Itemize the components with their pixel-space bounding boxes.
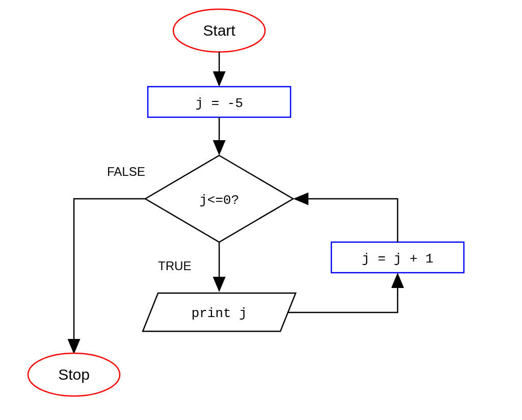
init-label: j = -5 <box>195 96 243 111</box>
arrow-print-increment <box>288 275 398 312</box>
stop-label: Stop <box>58 366 90 383</box>
true-label: TRUE <box>158 259 191 273</box>
arrow-false-stop <box>74 199 145 352</box>
arrow-increment-decision <box>296 199 398 242</box>
start-label: Start <box>203 22 236 39</box>
decision-label: j<=0? <box>199 193 239 208</box>
print-label: print j <box>191 306 247 321</box>
false-label: FALSE <box>107 165 145 178</box>
flowchart-canvas: Start j = -5 j<=0? FALSE Stop TRUE print… <box>0 0 522 420</box>
increment-label: j = j + 1 <box>362 251 433 267</box>
